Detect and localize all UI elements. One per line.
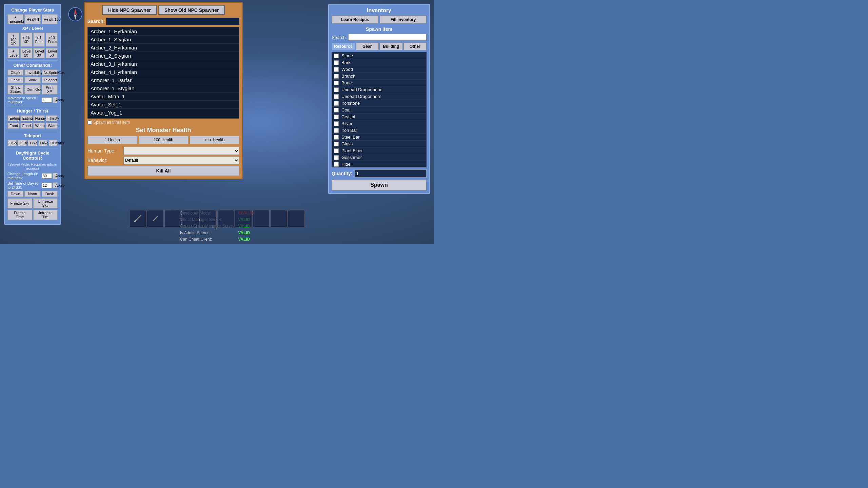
item-checkbox[interactable] xyxy=(334,155,339,160)
category-tab-resource[interactable]: Resource xyxy=(332,43,355,50)
item-checkbox[interactable] xyxy=(334,115,339,119)
movement-input[interactable] xyxy=(42,97,52,103)
unfreeze-sky-button[interactable]: Unfreeze Sky xyxy=(33,198,58,208)
item-checkbox[interactable] xyxy=(334,81,339,85)
item-list-row[interactable]: Plant Fiber xyxy=(332,147,426,154)
category-tab-building[interactable]: Building xyxy=(379,43,403,50)
encumbr-button[interactable]: + Encumbr xyxy=(7,14,23,24)
item-checkbox[interactable] xyxy=(334,54,339,58)
dnorth-button[interactable]: DNorth xyxy=(28,140,37,146)
feat10-button[interactable]: +10 Feats xyxy=(46,33,58,47)
dsouth-button[interactable]: DSouth xyxy=(7,140,17,146)
item-list-row[interactable]: Bark xyxy=(332,59,426,66)
health1-button[interactable]: Health1 xyxy=(24,14,40,24)
dcenter-button[interactable]: DCenter xyxy=(48,140,58,146)
item-list-row[interactable]: Coal xyxy=(332,107,426,114)
set-time-input[interactable] xyxy=(42,183,52,188)
learn-recipes-button[interactable]: Learn Recipes xyxy=(332,16,378,24)
health1-monster-button[interactable]: 1 Health xyxy=(87,136,137,144)
set-time-apply-button[interactable]: Apply xyxy=(53,182,58,188)
change-length-input[interactable] xyxy=(42,173,52,179)
invisibility-button[interactable]: Invisibility xyxy=(24,69,40,76)
behavior-select[interactable]: Default xyxy=(123,156,239,164)
item-list-row[interactable]: Ironstone xyxy=(332,100,426,107)
item-list-row[interactable]: Silver xyxy=(332,120,426,127)
item-checkbox[interactable] xyxy=(334,74,339,79)
movement-apply-button[interactable]: Apply xyxy=(53,97,58,103)
npc-list-item[interactable]: Archer_2_Hyrkanian xyxy=(88,44,239,52)
deast-button[interactable]: DEast xyxy=(18,140,27,146)
item-checkbox[interactable] xyxy=(334,108,339,113)
show-states-button[interactable]: Show States xyxy=(7,84,23,95)
hungry-button[interactable]: Hungry xyxy=(33,115,45,121)
item-checkbox[interactable] xyxy=(334,148,339,153)
npc-list-item[interactable]: Archer_4_Hyrkanian xyxy=(88,68,239,76)
item-list-row[interactable]: Steel Bar xyxy=(332,134,426,141)
item-list-row[interactable]: Branch xyxy=(332,73,426,80)
npc-list-item[interactable]: Armorer_1_Darfari xyxy=(88,76,239,84)
npc-list-item[interactable]: Archer_2_Stygian xyxy=(88,52,239,60)
npc-search-input[interactable] xyxy=(106,18,239,25)
demigod-button[interactable]: DemiGod xyxy=(24,84,40,95)
human-type-select[interactable] xyxy=(123,147,239,155)
health100-button[interactable]: Health100 xyxy=(42,14,58,24)
item-list-row[interactable]: Gossamer xyxy=(332,154,426,161)
npc-list-item[interactable]: Armorer_1_Stygian xyxy=(88,84,239,93)
category-tab-gear[interactable]: Gear xyxy=(356,43,379,50)
hide-npc-spawner-button[interactable]: Hide NPC Spawner xyxy=(102,5,157,15)
npc-list-item[interactable]: Avatar_Yog_1 xyxy=(88,109,239,117)
spawn-button[interactable]: Spawn xyxy=(332,180,427,190)
item-list-row[interactable]: Crystal xyxy=(332,114,426,120)
kill-all-button[interactable]: Kill All xyxy=(87,166,239,176)
item-list-row[interactable]: Undead Dragonhorn xyxy=(332,93,426,100)
item-checkbox[interactable] xyxy=(334,128,339,133)
show-old-npc-spawner-button[interactable]: Show Old NPC Spawner xyxy=(158,5,225,15)
quantity-input[interactable] xyxy=(354,169,427,178)
print-xp-button[interactable]: Print XP xyxy=(42,84,58,95)
xp1k-button[interactable]: + 1k XP xyxy=(20,33,32,47)
food-minus-button[interactable]: Food- xyxy=(20,123,32,129)
freeze-sky-button[interactable]: Freeze Sky xyxy=(7,198,32,208)
item-search-input[interactable] xyxy=(348,34,427,41)
thirsty-button[interactable]: Thirsty xyxy=(46,115,58,121)
level50-button[interactable]: Level 50 xyxy=(46,48,58,58)
npc-list-item[interactable]: Archer_1_Hyrkanian xyxy=(88,27,239,36)
eating-off-button[interactable]: EatingOff xyxy=(20,115,32,121)
health100-monster-button[interactable]: 100 Health xyxy=(139,136,189,144)
ghost-button[interactable]: Ghost xyxy=(7,77,23,83)
item-checkbox[interactable] xyxy=(334,67,339,72)
fill-inventory-button[interactable]: Fill Inventory xyxy=(380,16,427,24)
item-list-row[interactable]: Glass xyxy=(332,141,426,147)
level-button[interactable]: + Level xyxy=(7,48,19,58)
health-plus-button[interactable]: +++ Health xyxy=(190,136,239,144)
item-checkbox[interactable] xyxy=(334,121,339,126)
item-checkbox[interactable] xyxy=(334,60,339,65)
feat1-button[interactable]: + 1 Feat xyxy=(33,33,45,47)
walk-button[interactable]: Walk xyxy=(24,77,40,83)
item-list-row[interactable]: Undead Dragonbone xyxy=(332,86,426,93)
item-list-row[interactable]: Bone xyxy=(332,80,426,86)
freeze-time-button[interactable]: Freeze Time xyxy=(7,210,32,220)
teleport-button[interactable]: Teleport xyxy=(42,77,58,83)
food-plus-button[interactable]: Food+ xyxy=(7,123,19,129)
item-list-row[interactable]: Stone xyxy=(332,53,426,59)
spawn-thrall-checkbox[interactable] xyxy=(87,120,92,125)
nosprintcos-button[interactable]: NoSprintCos xyxy=(42,69,58,76)
item-checkbox[interactable] xyxy=(334,142,339,146)
dusk-button[interactable]: Dusk xyxy=(42,191,58,197)
item-checkbox[interactable] xyxy=(334,94,339,99)
noon-button[interactable]: Noon xyxy=(24,191,40,197)
item-list-row[interactable]: Wood xyxy=(332,66,426,73)
item-list-row[interactable]: Hide xyxy=(332,161,426,167)
item-checkbox[interactable] xyxy=(334,101,339,106)
cloak-button[interactable]: Cloak xyxy=(7,69,23,76)
npc-list-item[interactable]: Avatar_Set_1 xyxy=(88,101,239,109)
dwest-button[interactable]: DWest xyxy=(38,140,47,146)
dawn-button[interactable]: Dawn xyxy=(7,191,23,197)
item-checkbox[interactable] xyxy=(334,87,339,92)
level30-button[interactable]: Level 30 xyxy=(33,48,45,58)
xp100-button[interactable]: + 100 XP xyxy=(7,33,19,47)
item-checkbox[interactable] xyxy=(334,162,339,167)
change-length-apply-button[interactable]: Apply xyxy=(53,173,58,179)
npc-list-item[interactable]: Archer_3_Hyrkanian xyxy=(88,60,239,68)
